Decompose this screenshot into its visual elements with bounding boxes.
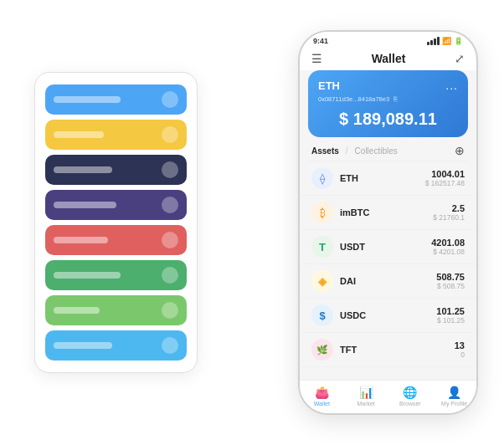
card-icon: [162, 267, 178, 284]
nav-profile[interactable]: 👤 My Profile: [432, 386, 476, 407]
card-label: [54, 237, 108, 243]
list-item[interactable]: [45, 330, 187, 361]
wifi-icon: 📶: [442, 37, 451, 45]
tab-collectibles[interactable]: Collectibles: [355, 146, 398, 156]
usdc-icon: $: [311, 304, 333, 326]
eth-values: 1004.01 $ 162517.48: [425, 169, 465, 187]
status-icons: 📶 🔋: [427, 37, 463, 45]
nav-browser[interactable]: 🌐 Browser: [388, 386, 433, 407]
nav-market[interactable]: 📊 Market: [344, 386, 388, 407]
asset-item-tft[interactable]: 🌿 TFT 13 0: [300, 333, 476, 367]
usdc-values: 101.25 $ 101.25: [436, 306, 465, 325]
dai-name: DAI: [340, 276, 436, 286]
bottom-nav: 👛 Wallet 📊 Market 🌐 Browser 👤 My Profile: [300, 380, 476, 413]
menu-icon[interactable]: ☰: [311, 52, 322, 65]
browser-nav-icon: 🌐: [403, 386, 417, 399]
list-item[interactable]: [45, 84, 187, 115]
wallet-nav-label: Wallet: [314, 401, 330, 407]
dai-amount: 508.75: [436, 272, 465, 282]
card-label: [54, 272, 121, 279]
card-icon: [162, 126, 178, 143]
add-asset-button[interactable]: ⊕: [455, 144, 465, 157]
card-label: [54, 166, 112, 173]
list-item[interactable]: [45, 155, 187, 185]
card-icon: [162, 302, 178, 319]
eth-amount: 1004.01: [425, 169, 465, 179]
card-icon: [162, 232, 178, 248]
eth-card-address: 0x08711d3e...8418a78e3 ⎘: [318, 95, 458, 103]
list-item[interactable]: [45, 120, 187, 150]
usdc-amount: 101.25: [436, 306, 465, 316]
eth-card-menu[interactable]: ...: [445, 79, 458, 92]
card-stack: [34, 72, 198, 373]
dai-icon: ◈: [311, 270, 333, 292]
eth-name: ETH: [340, 173, 425, 183]
status-bar: 9:41 📶 🔋: [300, 32, 476, 49]
scene: 9:41 📶 🔋 ☰ Wallet ⤢ ETH ...: [18, 13, 486, 432]
assets-tabs: Assets / Collectibles: [311, 146, 398, 156]
usdt-name: USDT: [340, 242, 431, 252]
card-label: [54, 307, 100, 314]
card-icon: [162, 197, 178, 213]
dai-values: 508.75 $ 508.75: [436, 272, 465, 290]
phone-mockup: 9:41 📶 🔋 ☰ Wallet ⤢ ETH ...: [298, 30, 478, 415]
asset-item-usdt[interactable]: T USDT 4201.08 $ 4201.08: [300, 230, 476, 264]
card-icon: [162, 91, 178, 108]
market-nav-label: Market: [357, 401, 374, 407]
nav-wallet[interactable]: 👛 Wallet: [300, 386, 344, 407]
tft-usd: 0: [455, 350, 465, 359]
usdt-values: 4201.08 $ 4201.08: [431, 238, 465, 256]
list-item[interactable]: [45, 225, 187, 255]
eth-card-title: ETH: [318, 79, 340, 92]
imbtc-values: 2.5 $ 21760.1: [433, 203, 465, 222]
list-item[interactable]: [45, 190, 187, 220]
phone-header: ☰ Wallet ⤢: [300, 49, 476, 70]
card-icon: [162, 161, 178, 178]
asset-list: ⟠ ETH 1004.01 $ 162517.48 ₿ imBTC 2.5 $ …: [300, 161, 476, 380]
tft-amount: 13: [455, 340, 465, 350]
browser-nav-label: Browser: [399, 401, 421, 407]
tft-name: TFT: [340, 345, 455, 355]
asset-item-dai[interactable]: ◈ DAI 508.75 $ 508.75: [300, 264, 476, 299]
usdc-name: USDC: [340, 310, 436, 320]
card-label: [54, 131, 104, 138]
eth-card-amount: $ 189,089.11: [318, 110, 458, 129]
imbtc-icon: ₿: [311, 202, 333, 223]
market-nav-icon: 📊: [359, 386, 373, 399]
profile-nav-icon: 👤: [447, 386, 461, 399]
usdt-usd: $ 4201.08: [431, 248, 465, 256]
usdc-usd: $ 101.25: [436, 316, 465, 325]
tab-assets[interactable]: Assets: [311, 146, 339, 156]
page-title: Wallet: [372, 52, 406, 65]
profile-nav-label: My Profile: [441, 401, 467, 407]
tft-icon: 🌿: [311, 339, 333, 361]
eth-icon: ⟠: [311, 167, 333, 189]
imbtc-usd: $ 21760.1: [433, 213, 465, 222]
imbtc-name: imBTC: [340, 207, 433, 217]
usdt-amount: 4201.08: [431, 238, 465, 248]
eth-card-header: ETH ...: [318, 79, 458, 92]
asset-item-usdc[interactable]: $ USDC 101.25 $ 101.25: [300, 299, 476, 333]
asset-item-imbtc[interactable]: ₿ imBTC 2.5 $ 21760.1: [300, 196, 476, 230]
dai-usd: $ 508.75: [436, 282, 465, 290]
expand-icon[interactable]: ⤢: [455, 52, 465, 65]
card-label: [54, 96, 121, 103]
battery-icon: 🔋: [454, 37, 463, 45]
asset-item-eth[interactable]: ⟠ ETH 1004.01 $ 162517.48: [300, 161, 476, 196]
eth-card[interactable]: ETH ... 0x08711d3e...8418a78e3 ⎘ $ 189,0…: [308, 70, 468, 137]
signal-icon: [427, 37, 440, 45]
assets-header: Assets / Collectibles ⊕: [300, 137, 476, 161]
imbtc-amount: 2.5: [433, 203, 465, 213]
card-icon: [162, 337, 178, 354]
eth-usd: $ 162517.48: [425, 179, 465, 187]
tft-values: 13 0: [455, 340, 465, 359]
card-label: [54, 342, 112, 349]
status-time: 9:41: [313, 37, 328, 45]
wallet-nav-icon: 👛: [315, 386, 329, 399]
copy-icon[interactable]: ⎘: [393, 95, 398, 103]
tab-separator: /: [346, 146, 348, 156]
list-item[interactable]: [45, 260, 187, 290]
list-item[interactable]: [45, 295, 187, 325]
usdt-icon: T: [311, 236, 333, 258]
card-label: [54, 202, 116, 208]
